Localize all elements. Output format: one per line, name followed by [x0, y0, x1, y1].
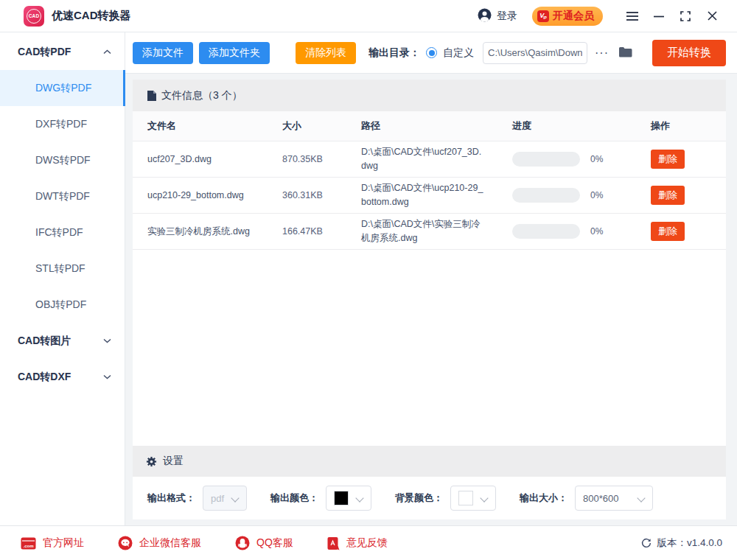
settings-title: 设置	[163, 455, 184, 468]
sidebar-section-label: CAD转PDF	[18, 46, 71, 59]
output-color-select[interactable]	[326, 486, 371, 511]
sidebar: CAD转PDF DWG转PDF DXF转PDF DWS转PDF DWT转PDF …	[0, 32, 125, 525]
chevron-down-icon	[231, 494, 239, 502]
sidebar-section-cad-to-image[interactable]: CAD转图片	[0, 323, 125, 359]
qq-service-link[interactable]: QQ客服	[235, 536, 293, 550]
chevron-up-icon	[103, 49, 111, 55]
file-size: 166.47KB	[282, 226, 361, 237]
custom-dir-radio-label: 自定义	[443, 46, 474, 60]
bg-color-label: 背景颜色：	[395, 491, 443, 505]
hamburger-icon	[626, 12, 638, 21]
feedback-link[interactable]: 意见反馈	[327, 536, 388, 550]
sidebar-item-label: DWG转PDF	[35, 82, 91, 95]
minimize-button[interactable]	[647, 5, 671, 27]
sidebar-item-stl-to-pdf[interactable]: STL转PDF	[0, 251, 125, 287]
progress-cell: 0%	[512, 188, 651, 203]
sidebar-section-cad-to-pdf[interactable]: CAD转PDF	[0, 34, 125, 70]
chevron-down-icon	[103, 338, 111, 343]
user-avatar-icon	[478, 8, 492, 24]
file-info-title: 文件信息（3 个）	[161, 89, 242, 102]
sidebar-section-cad-to-dxf[interactable]: CAD转DXF	[0, 359, 125, 395]
col-header-path: 路径	[361, 119, 512, 133]
output-format-select[interactable]: pdf	[203, 486, 247, 511]
svg-text:.com: .com	[23, 543, 33, 547]
maximize-button[interactable]	[674, 5, 697, 27]
content-area: 添加文件 添加文件夹 清除列表 输出目录： 自定义 ··· 开始转换	[125, 32, 737, 525]
chevron-down-icon	[638, 494, 645, 502]
progress-text: 0%	[590, 190, 603, 200]
document-icon	[147, 91, 156, 101]
sidebar-item-label: STL转PDF	[35, 262, 85, 276]
progress-bar	[512, 152, 580, 167]
sidebar-item-label: DXF转PDF	[35, 118, 87, 131]
footer: .com 官方网址 企业微信客服 QQ客服	[0, 525, 737, 560]
sidebar-item-dxf-to-pdf[interactable]: DXF转PDF	[0, 106, 125, 142]
feedback-icon	[327, 536, 340, 550]
delete-button[interactable]: 删除	[651, 186, 685, 205]
table-row: ucp210-29_bottom.dwg 360.31KB D:\桌面\CAD文…	[133, 178, 726, 214]
bg-color-select[interactable]	[450, 486, 496, 511]
file-name: ucp210-29_bottom.dwg	[147, 185, 258, 206]
clear-list-button[interactable]: 清除列表	[296, 42, 356, 64]
title-bar: CAD 优速CAD转换器 登录 VIP 开通会员	[0, 0, 737, 32]
progress-bar	[512, 188, 580, 203]
sidebar-item-label: DWT转PDF	[35, 190, 90, 203]
close-icon	[708, 11, 717, 21]
chevron-down-icon	[356, 494, 363, 502]
file-path: D:\桌面\CAD文件\ucp210-29_bottom.dwg	[361, 178, 485, 213]
open-vip-button[interactable]: VIP 开通会员	[532, 7, 603, 26]
wechat-service-link[interactable]: 企业微信客服	[118, 536, 201, 550]
file-info-bar: 文件信息（3 个）	[133, 80, 726, 111]
settings-row: 输出格式： pdf 输出颜色： 背景颜色： 输出	[133, 477, 726, 519]
output-size-select[interactable]: 800*600	[575, 486, 653, 511]
table-row: ucf207_3D.dwg 870.35KB D:\桌面\CAD文件\ucf20…	[133, 141, 726, 178]
progress-cell: 0%	[512, 224, 651, 239]
open-folder-button[interactable]	[616, 46, 635, 60]
browse-more-button[interactable]: ···	[593, 46, 610, 60]
chevron-down-icon	[481, 494, 488, 502]
col-header-progress: 进度	[512, 119, 651, 133]
start-convert-button[interactable]: 开始转换	[652, 40, 726, 66]
file-panel: 文件信息（3 个） 文件名 大小 路径 进度 操作 ucf207_3D.dwg …	[133, 80, 726, 519]
add-folder-button[interactable]: 添加文件夹	[199, 42, 270, 64]
progress-text: 0%	[590, 154, 603, 164]
output-size-value: 800*600	[583, 493, 618, 504]
sidebar-item-dws-to-pdf[interactable]: DWS转PDF	[0, 142, 125, 178]
progress-cell: 0%	[512, 152, 651, 167]
official-site-label: 官方网址	[43, 536, 84, 550]
login-button[interactable]: 登录	[478, 8, 517, 24]
col-header-size: 大小	[282, 119, 361, 133]
add-file-button[interactable]: 添加文件	[133, 42, 193, 64]
sidebar-item-dwt-to-pdf[interactable]: DWT转PDF	[0, 178, 125, 214]
sidebar-item-ifc-to-pdf[interactable]: IFC转PDF	[0, 214, 125, 251]
sidebar-item-label: DWS转PDF	[35, 154, 91, 167]
app-title: 优速CAD转换器	[52, 9, 131, 23]
file-name: 实验三制冷机房系统.dwg	[147, 221, 258, 242]
sidebar-item-label: IFC转PDF	[35, 226, 83, 239]
col-header-action: 操作	[651, 119, 726, 133]
website-icon: .com	[21, 537, 36, 550]
table-header: 文件名 大小 路径 进度 操作	[133, 111, 726, 141]
output-size-label: 输出大小：	[520, 491, 567, 505]
output-color-label: 输出颜色：	[270, 491, 318, 505]
output-format-value: pdf	[211, 493, 224, 504]
qq-icon	[235, 536, 250, 550]
refresh-icon[interactable]	[641, 538, 652, 548]
menu-button[interactable]	[621, 5, 644, 27]
official-site-link[interactable]: .com 官方网址	[21, 536, 84, 550]
file-size: 360.31KB	[282, 190, 361, 200]
sidebar-item-obj-to-pdf[interactable]: OBJ转PDF	[0, 287, 125, 323]
file-path: D:\桌面\CAD文件\实验三制冷机房系统.dwg	[361, 214, 485, 249]
version-label: 版本：v1.4.0.0	[657, 536, 722, 550]
sidebar-item-dwg-to-pdf[interactable]: DWG转PDF	[0, 70, 125, 106]
wechat-service-label: 企业微信客服	[139, 536, 201, 550]
output-color-swatch	[334, 491, 349, 505]
delete-button[interactable]: 删除	[651, 222, 685, 241]
delete-button[interactable]: 删除	[651, 150, 685, 169]
output-path-input[interactable]	[483, 42, 587, 64]
custom-dir-radio[interactable]	[426, 47, 437, 58]
sidebar-section-label: CAD转图片	[18, 335, 71, 348]
maximize-icon	[680, 11, 691, 21]
app-window: CAD 优速CAD转换器 登录 VIP 开通会员	[0, 0, 737, 560]
close-button[interactable]	[700, 5, 724, 27]
